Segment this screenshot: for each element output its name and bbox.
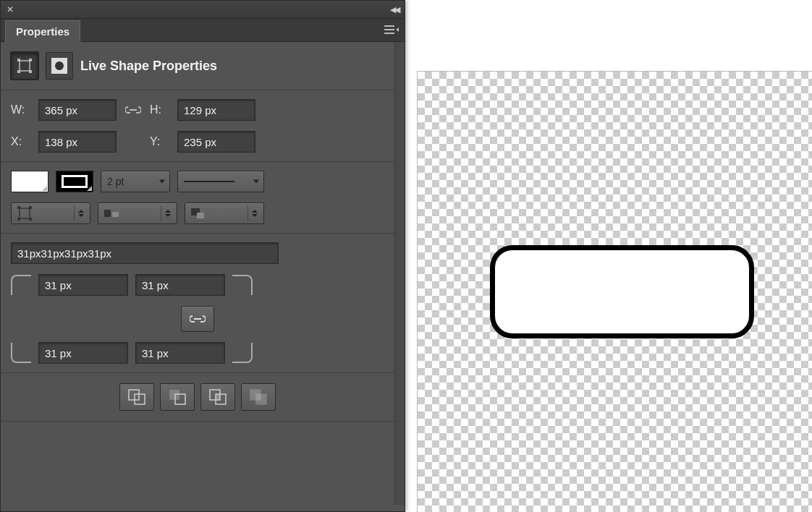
svg-rect-1	[17, 59, 20, 61]
section-transform: W: H: X: Y:	[1, 90, 394, 162]
svg-rect-8	[17, 206, 20, 209]
corner-summary-input[interactable]	[11, 242, 279, 264]
corner-bl-input[interactable]	[38, 342, 128, 364]
pathop-exclude-button[interactable]	[241, 383, 276, 411]
y-input[interactable]	[177, 131, 255, 153]
panel-title: Live Shape Properties	[80, 59, 217, 74]
svg-rect-13	[112, 212, 119, 217]
panel-titlebar[interactable]: ✕ ◀◀	[1, 1, 405, 19]
link-wh-icon[interactable]	[124, 102, 143, 118]
svg-rect-7	[20, 208, 30, 218]
canvas-whitespace	[417, 0, 812, 71]
svg-rect-4	[29, 70, 32, 73]
fill-swatch[interactable]	[11, 171, 48, 192]
link-corners-button[interactable]	[181, 306, 214, 332]
corner-tr-icon[interactable]	[232, 275, 253, 295]
pathop-subtract-button[interactable]	[160, 383, 195, 411]
align-select-3[interactable]	[185, 202, 264, 224]
canvas[interactable]	[417, 71, 812, 512]
y-label: Y:	[150, 135, 170, 148]
close-icon[interactable]: ✕	[4, 4, 17, 14]
svg-rect-11	[29, 218, 32, 221]
stroke-weight-value: 2 pt	[107, 176, 124, 187]
stroke-line-icon	[184, 181, 234, 182]
panel-menu-icon[interactable]	[384, 25, 399, 35]
svg-rect-15	[197, 213, 204, 218]
x-input[interactable]	[38, 131, 117, 153]
svg-rect-12	[104, 210, 111, 217]
bounding-box-icon[interactable]	[11, 52, 38, 80]
corner-br-input[interactable]	[135, 342, 225, 364]
section-path-ops	[1, 373, 394, 422]
tab-properties[interactable]: Properties	[5, 20, 80, 42]
corner-tr-input[interactable]	[135, 274, 225, 296]
svg-rect-17	[135, 394, 145, 404]
pathop-intersect-button[interactable]	[200, 383, 235, 411]
collapse-icon[interactable]: ◀◀	[387, 5, 402, 14]
section-corners	[1, 234, 394, 373]
svg-rect-2	[29, 59, 32, 61]
stroke-weight-select[interactable]: 2 pt	[101, 171, 170, 192]
svg-rect-0	[20, 61, 30, 71]
panel-tabbar: Properties	[1, 19, 405, 42]
align-select-2[interactable]	[98, 202, 177, 224]
svg-rect-22	[216, 394, 220, 400]
height-input[interactable]	[177, 99, 255, 121]
svg-rect-10	[17, 218, 20, 221]
svg-rect-9	[29, 206, 32, 209]
stroke-swatch[interactable]	[56, 171, 93, 192]
svg-rect-18	[169, 390, 179, 400]
mask-mode-icon[interactable]	[46, 52, 73, 80]
align-select-1[interactable]	[11, 202, 90, 224]
corner-tl-icon[interactable]	[11, 275, 31, 295]
width-label: W:	[11, 103, 31, 116]
corner-tl-input[interactable]	[38, 274, 128, 296]
section-header: Live Shape Properties	[1, 42, 394, 90]
svg-rect-3	[17, 70, 20, 73]
rounded-rectangle-shape[interactable]	[490, 245, 754, 338]
height-label: H:	[150, 103, 170, 116]
svg-rect-24	[256, 394, 266, 404]
width-input[interactable]	[38, 99, 117, 121]
x-label: X:	[11, 135, 31, 148]
panel-scrollbar[interactable]	[394, 42, 405, 505]
section-appearance: 2 pt	[1, 162, 394, 234]
svg-rect-16	[129, 390, 139, 400]
properties-panel: ✕ ◀◀ Properties Live Shape Properties W:	[0, 0, 405, 512]
svg-point-6	[55, 61, 64, 70]
corner-br-icon[interactable]	[232, 343, 253, 363]
stroke-style-select[interactable]	[177, 171, 264, 192]
corner-bl-icon[interactable]	[11, 343, 31, 363]
pathop-unite-button[interactable]	[119, 383, 154, 411]
